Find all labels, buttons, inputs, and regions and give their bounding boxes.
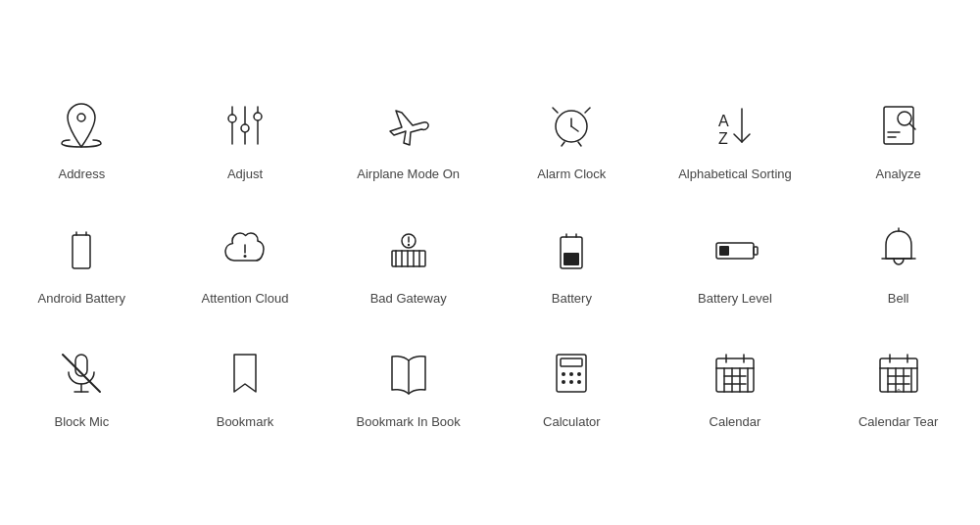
adjust-label: Adjust (227, 167, 263, 183)
attention-cloud-label: Attention Cloud (202, 291, 289, 308)
svg-rect-47 (561, 358, 582, 366)
icon-item-battery[interactable]: Battery (490, 201, 654, 325)
bookmark-in-book-icon (379, 344, 438, 403)
icon-item-adjust[interactable]: Adjust (164, 76, 327, 201)
battery-label: Battery (552, 291, 592, 308)
icon-item-address[interactable]: Address (0, 76, 164, 201)
svg-rect-35 (564, 253, 579, 265)
icon-item-battery-level[interactable]: Battery Level (654, 201, 817, 325)
svg-line-9 (571, 126, 578, 131)
svg-text:A: A (718, 113, 729, 129)
block-mic-label: Block Mic (55, 414, 110, 431)
svg-point-51 (562, 380, 565, 384)
battery-level-label: Battery Level (698, 291, 772, 308)
icon-item-android-battery[interactable]: Android Battery (0, 201, 164, 325)
address-label: Address (58, 167, 105, 183)
icon-item-bell[interactable]: Bell (816, 201, 980, 325)
svg-point-0 (77, 114, 85, 121)
adjust-icon (216, 96, 274, 155)
bookmark-label: Bookmark (217, 414, 274, 431)
bookmark-in-book-label: Bookmark In Book (357, 414, 461, 431)
svg-point-6 (254, 113, 262, 120)
svg-point-31 (407, 243, 409, 245)
alarm-clock-label: Alarm Clock (537, 167, 606, 183)
alphabetical-sorting-label: Alphabetical Sorting (678, 167, 792, 183)
attention-cloud-icon (216, 220, 274, 279)
calendar-label: Calendar (710, 414, 761, 431)
icon-item-attention-cloud[interactable]: Attention Cloud (164, 201, 327, 325)
block-mic-icon (52, 344, 111, 403)
svg-point-52 (569, 380, 573, 384)
svg-line-15 (909, 123, 915, 129)
icon-grid: Address Adjust Airplane Mode On (0, 67, 980, 459)
battery-icon (542, 220, 601, 279)
airplane-mode-on-label: Airplane Mode On (357, 167, 460, 183)
svg-point-50 (577, 372, 581, 376)
icon-item-bookmark-in-book[interactable]: Bookmark In Book (326, 324, 490, 449)
svg-rect-23 (392, 251, 425, 266)
icon-item-calculator[interactable]: Calculator (490, 324, 654, 449)
svg-text:Z: Z (718, 130, 728, 147)
svg-point-4 (228, 115, 236, 122)
icon-item-alphabetical-sorting[interactable]: A Z Alphabetical Sorting (654, 76, 817, 201)
svg-point-22 (243, 255, 246, 258)
address-icon (52, 96, 111, 155)
bell-label: Bell (888, 291, 909, 308)
icon-item-calendar[interactable]: Calendar (654, 324, 817, 449)
icon-item-alarm-clock[interactable]: Alarm Clock (490, 76, 654, 201)
svg-rect-37 (754, 247, 758, 255)
calculator-icon (542, 344, 601, 403)
svg-point-5 (241, 124, 249, 132)
calendar-tear-icon (869, 344, 928, 403)
svg-point-53 (577, 380, 581, 384)
analyze-icon (869, 96, 928, 155)
icon-item-calendar-tear[interactable]: Calendar Tear (816, 324, 980, 449)
calendar-tear-label: Calendar Tear (858, 414, 938, 431)
svg-rect-38 (719, 246, 729, 256)
android-battery-icon (52, 220, 111, 279)
icon-item-bad-gateway[interactable]: Bad Gateway (326, 201, 490, 325)
bad-gateway-label: Bad Gateway (370, 291, 447, 308)
battery-level-icon (706, 220, 764, 279)
alphabetical-sorting-icon: A Z (706, 96, 764, 155)
icon-item-airplane-mode-on[interactable]: Airplane Mode On (326, 76, 490, 201)
alarm-clock-icon (542, 96, 601, 155)
icon-item-analyze[interactable]: Analyze (816, 76, 980, 201)
bookmark-icon (216, 344, 274, 403)
calculator-label: Calculator (543, 414, 601, 431)
icon-item-block-mic[interactable]: Block Mic (0, 324, 164, 449)
analyze-label: Analyze (876, 167, 921, 183)
bad-gateway-icon (379, 220, 438, 279)
icon-item-bookmark[interactable]: Bookmark (164, 324, 327, 449)
svg-point-48 (562, 372, 565, 376)
airplane-mode-on-icon (379, 96, 438, 155)
bell-icon (869, 220, 928, 279)
android-battery-label: Android Battery (38, 291, 126, 308)
svg-point-49 (569, 372, 573, 376)
calendar-icon (706, 344, 764, 403)
svg-rect-18 (73, 235, 90, 268)
